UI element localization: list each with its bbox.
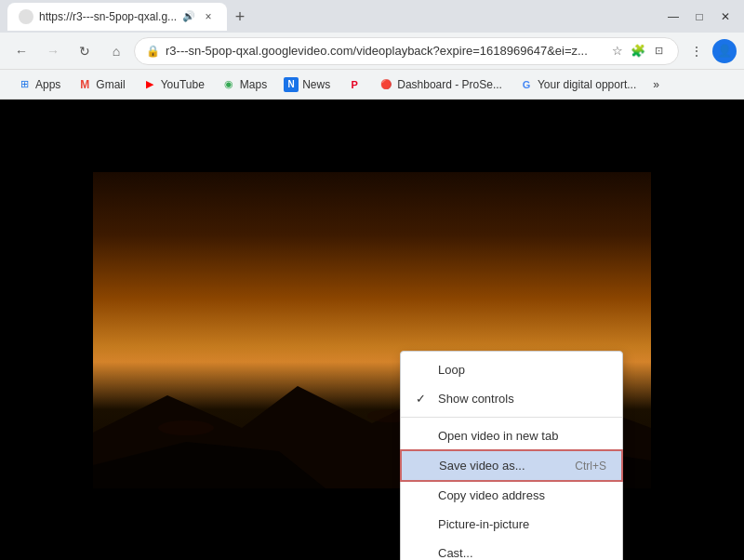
close-button[interactable]: ✕ [714,6,737,28]
bookmark-apps[interactable]: ⊞ Apps [9,74,68,95]
tab-close-button[interactable]: × [201,9,216,24]
svg-point-1 [158,420,214,435]
news-favicon: N [284,77,299,92]
new-tab-button[interactable]: + [227,5,253,31]
maps-label: Maps [240,78,267,91]
bookmark-dashboard[interactable]: 🔴 Dashboard - ProSe... [371,74,510,95]
google-label: Your digital opport... [538,78,636,91]
user-avatar[interactable]: 👤 [712,39,737,63]
menu-item-cast[interactable]: Cast... [401,539,622,560]
window-controls: — □ ✕ [662,6,737,28]
content-area: Loop ✓ Show controls Open video in new t… [0,100,744,560]
cast-icon[interactable]: ⊡ [650,43,667,60]
home-button[interactable]: ⌂ [102,37,130,65]
menu-item-copy-address[interactable]: Copy video address [401,481,622,510]
menu-item-loop[interactable]: Loop [401,355,622,384]
bookmark-youtube[interactable]: ▶ YouTube [135,74,212,95]
address-icons: ☆ 🧩 ⊡ [609,43,667,60]
maximize-button[interactable]: □ [688,6,711,28]
bookmark-star-icon[interactable]: ☆ [609,43,626,60]
bookmark-news[interactable]: N News [276,74,338,95]
refresh-button[interactable]: ↻ [71,37,99,65]
menu-item-show-controls[interactable]: ✓ Show controls [401,384,622,413]
bookmark-gmail[interactable]: M Gmail [70,74,132,95]
lock-icon: 🔒 [146,45,160,58]
save-video-shortcut: Ctrl+S [575,460,606,473]
forward-button[interactable]: → [39,37,67,65]
show-controls-label: Show controls [438,392,514,406]
title-bar: https://r3---sn-5pop-qxal.g... 🔊 × + — □… [0,0,744,33]
loop-label: Loop [438,363,465,377]
show-controls-check: ✓ [416,392,431,406]
more-options-button[interactable]: ⋮ [683,37,711,65]
back-button[interactable]: ← [7,37,35,65]
bookmark-pinterest[interactable]: P [339,74,369,95]
nav-bar: ← → ↻ ⌂ 🔒 r3---sn-5pop-qxal.googlevideo.… [0,33,744,70]
minimize-button[interactable]: — [662,6,684,28]
google-icon: G [519,77,534,92]
maps-icon: ◉ [221,77,236,92]
bookmarks-overflow-button[interactable]: » [645,75,667,94]
overflow-icon: » [653,78,659,91]
apps-label: Apps [35,78,60,91]
youtube-label: YouTube [161,78,205,91]
tab-bar: https://r3---sn-5pop-qxal.g... 🔊 × + [7,3,655,31]
separator-1 [401,417,622,418]
tab-title: https://r3---sn-5pop-qxal.g... [39,10,177,23]
tab-audio-icon: 🔊 [182,10,195,22]
svg-point-0 [20,11,32,22]
open-new-tab-label: Open video in new tab [438,429,558,443]
news-label: News [302,78,330,91]
extensions-icon[interactable]: 🧩 [630,43,646,60]
browser-window: https://r3---sn-5pop-qxal.g... 🔊 × + — □… [0,0,744,560]
gmail-icon: M [77,77,92,92]
pip-label: Picture-in-picture [438,517,529,531]
menu-item-open-new-tab[interactable]: Open video in new tab [401,421,622,450]
bookmarks-bar: ⊞ Apps M Gmail ▶ YouTube ◉ Maps N News P… [0,70,744,100]
address-bar[interactable]: 🔒 r3---sn-5pop-qxal.googlevideo.com/vide… [134,37,679,65]
apps-icon: ⊞ [17,77,32,92]
copy-address-label: Copy video address [438,488,545,502]
nav-right-buttons: ⋮ 👤 [683,37,737,65]
gmail-label: Gmail [96,78,125,91]
menu-item-save-video[interactable]: Save video as... Ctrl+S [401,450,622,481]
bookmark-google[interactable]: G Your digital opport... [512,74,644,95]
dashboard-label: Dashboard - ProSe... [397,78,502,91]
context-menu: Loop ✓ Show controls Open video in new t… [400,351,623,560]
pinterest-icon: P [347,77,362,92]
address-text: r3---sn-5pop-qxal.googlevideo.com/videop… [166,44,604,58]
dashboard-icon: 🔴 [379,77,393,92]
youtube-icon: ▶ [142,77,157,92]
cast-label: Cast... [438,546,473,560]
bookmark-maps[interactable]: ◉ Maps [214,74,274,95]
tab-favicon [19,9,33,24]
menu-icon: ⋮ [690,44,703,59]
active-tab[interactable]: https://r3---sn-5pop-qxal.g... 🔊 × [7,3,227,31]
save-video-label: Save video as... [439,459,525,473]
menu-item-pip[interactable]: Picture-in-picture [401,510,622,539]
